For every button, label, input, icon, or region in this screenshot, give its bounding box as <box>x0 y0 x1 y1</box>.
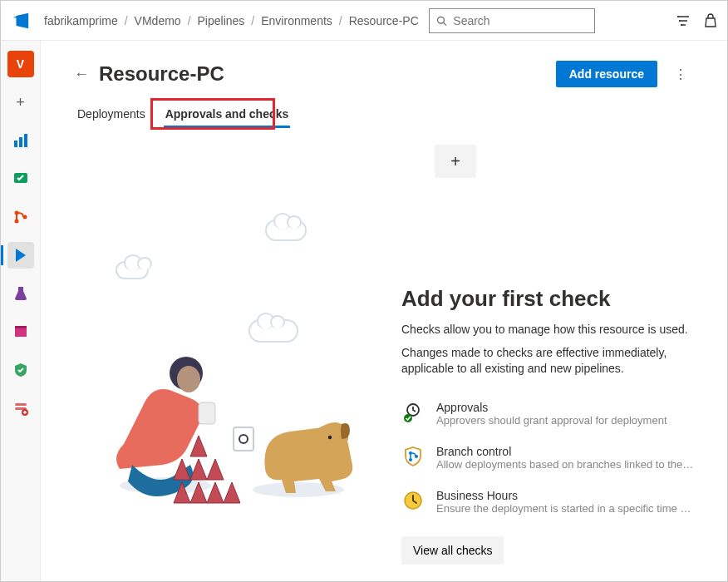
sidebar-artifacts-icon[interactable] <box>7 318 34 345</box>
search-box[interactable] <box>429 8 595 33</box>
add-check-button[interactable]: + <box>435 145 476 178</box>
check-title: Business Hours <box>436 489 694 502</box>
top-bar: fabrikamprime / VMdemo / Pipelines / Env… <box>1 1 727 41</box>
tabs: Deployments Approvals and checks <box>76 102 694 128</box>
check-item-branch-control[interactable]: Branch control Allow deployments based o… <box>401 445 694 471</box>
svg-marker-24 <box>207 459 224 480</box>
svg-rect-20 <box>199 402 215 424</box>
sidebar-repos-icon[interactable] <box>7 204 34 230</box>
view-all-checks-button[interactable]: View all checks <box>401 536 504 565</box>
check-sub: Ensure the deployment is started in a sp… <box>436 502 694 515</box>
svg-rect-7 <box>24 134 27 147</box>
check-title: Branch control <box>436 445 694 458</box>
svg-rect-31 <box>234 427 253 451</box>
svg-rect-5 <box>14 141 17 147</box>
breadcrumb-item[interactable]: Resource-PC <box>349 14 419 27</box>
page-header: ← Resource-PC Add resource ⋮ <box>74 61 694 87</box>
sidebar-settings-icon[interactable] <box>7 395 34 422</box>
search-input[interactable] <box>451 13 587 28</box>
check-item-business-hours[interactable]: Business Hours Ensure the deployment is … <box>401 489 694 515</box>
back-arrow-icon[interactable]: ← <box>74 66 89 83</box>
svg-point-10 <box>14 219 18 224</box>
clock-icon <box>401 489 425 512</box>
shopping-bag-icon[interactable] <box>704 13 717 28</box>
azure-devops-logo[interactable] <box>11 11 31 31</box>
search-icon <box>436 15 447 27</box>
svg-point-35 <box>409 451 412 455</box>
svg-rect-6 <box>19 137 22 147</box>
add-resource-button[interactable]: Add resource <box>556 61 657 87</box>
svg-line-1 <box>443 22 445 25</box>
page-title: Resource-PC <box>99 62 224 86</box>
main-content: ← Resource-PC Add resource ⋮ Deployments… <box>41 41 727 581</box>
breadcrumb-item[interactable]: Pipelines <box>198 14 245 27</box>
panel-desc-1: Checks allow you to manage how this reso… <box>401 322 694 338</box>
svg-point-2 <box>677 16 679 17</box>
svg-point-4 <box>681 24 682 26</box>
svg-rect-12 <box>15 328 27 337</box>
svg-marker-21 <box>190 436 207 456</box>
sidebar: V + <box>1 41 41 581</box>
sidebar-add-button[interactable]: + <box>7 89 34 116</box>
svg-point-9 <box>14 211 18 215</box>
svg-point-34 <box>404 414 412 422</box>
svg-point-30 <box>328 436 332 439</box>
check-list: Approvals Approvers should grant approva… <box>401 401 694 515</box>
breadcrumb-item[interactable]: VMdemo <box>135 14 181 27</box>
breadcrumb: fabrikamprime / VMdemo / Pipelines / Env… <box>44 14 419 27</box>
top-actions <box>676 13 717 28</box>
sidebar-project-icon[interactable]: V <box>7 51 34 77</box>
breadcrumb-item[interactable]: Environments <box>261 14 332 27</box>
check-title: Approvals <box>436 401 667 414</box>
more-actions-icon[interactable]: ⋮ <box>667 63 694 86</box>
tab-deployments[interactable]: Deployments <box>76 102 147 128</box>
svg-point-36 <box>409 458 412 461</box>
svg-rect-13 <box>15 326 27 328</box>
panel-title: Add your first check <box>401 286 694 312</box>
tab-approvals-and-checks[interactable]: Approvals and checks <box>164 102 291 128</box>
check-item-approvals[interactable]: Approvals Approvers should grant approva… <box>401 401 694 427</box>
svg-point-3 <box>679 20 681 22</box>
svg-marker-28 <box>224 482 240 503</box>
check-sub: Allow deployments based on branches link… <box>436 458 694 471</box>
svg-point-19 <box>177 366 200 392</box>
sidebar-overview-icon[interactable] <box>7 127 34 154</box>
check-sub: Approvers should grant approval for depl… <box>436 414 667 427</box>
panel-desc-2: Changes made to checks are effective imm… <box>401 345 694 377</box>
checks-panel: + Add your first check Checks allow you … <box>401 145 694 565</box>
svg-point-0 <box>437 17 444 23</box>
sidebar-testplans-icon[interactable] <box>7 280 34 307</box>
svg-marker-23 <box>190 459 207 480</box>
breadcrumb-item[interactable]: fabrikamprime <box>44 14 118 27</box>
approvals-icon <box>401 401 425 424</box>
sidebar-pipelines-icon[interactable] <box>7 242 34 269</box>
sidebar-boards-icon[interactable] <box>7 165 34 192</box>
branch-shield-icon <box>401 445 425 468</box>
svg-rect-14 <box>15 403 27 406</box>
sidebar-compliance-icon[interactable] <box>7 357 34 383</box>
filter-icon[interactable] <box>676 13 691 28</box>
illustration <box>74 219 385 519</box>
